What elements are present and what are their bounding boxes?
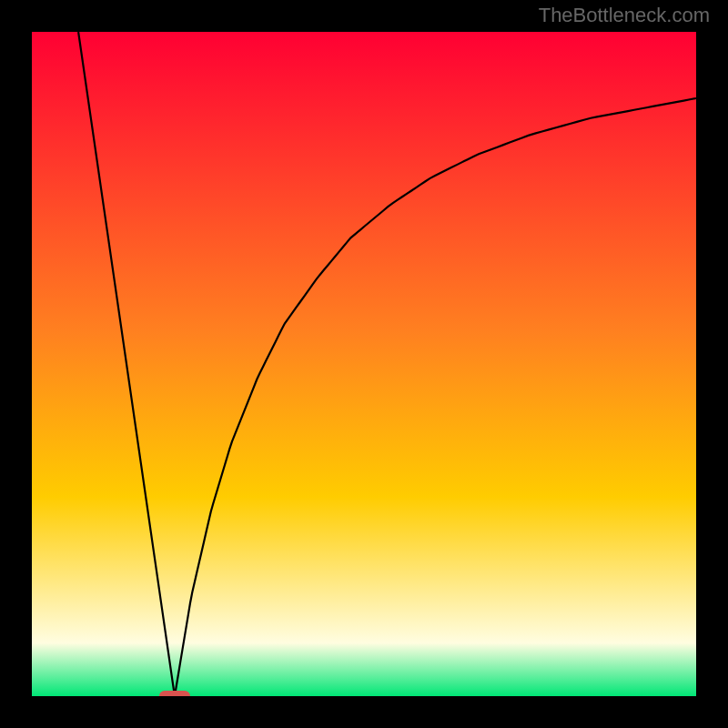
chart-plot-area [32, 32, 696, 696]
minimum-marker [159, 691, 190, 696]
chart-background [32, 32, 696, 696]
chart-svg [32, 32, 696, 696]
watermark-text: TheBottleneck.com [539, 4, 710, 27]
